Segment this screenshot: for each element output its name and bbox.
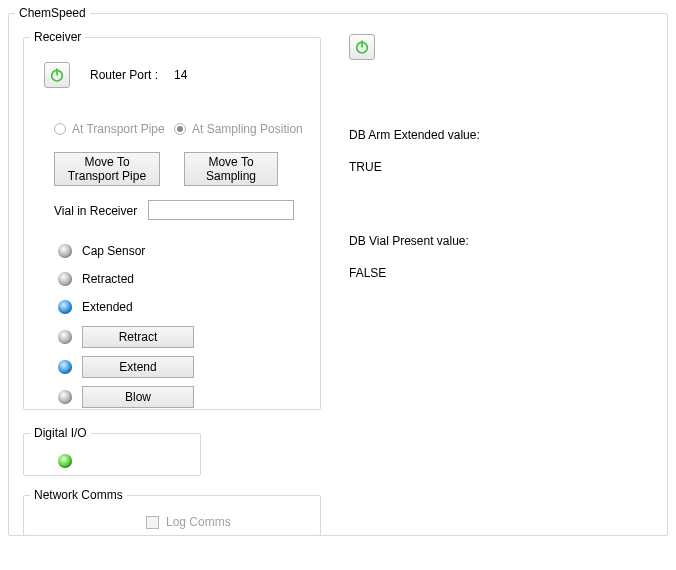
db-arm-extended-label: DB Arm Extended value: [349,128,480,142]
db-vial-present-value: FALSE [349,266,386,280]
receiver-power-button[interactable] [44,62,70,88]
power-icon [354,39,370,55]
log-comms-checkbox [146,516,159,529]
blow-action-led [58,390,72,404]
at-sampling-position-label: At Sampling Position [192,122,303,136]
retracted-label: Retracted [82,272,134,286]
extend-button[interactable]: Extend [82,356,194,378]
chemspeed-group: ChemSpeed Receiver Router Port : 14 At T… [8,6,668,536]
extended-led [58,300,72,314]
at-transport-pipe-radio: At Transport Pipe [54,122,165,136]
network-comms-group: Network Comms Log Comms [23,488,321,536]
receiver-group: Receiver Router Port : 14 At Transport P… [23,30,321,410]
retract-action-led [58,330,72,344]
power-icon [49,67,65,83]
blow-button[interactable]: Blow [82,386,194,408]
extend-action-led [58,360,72,374]
retract-button[interactable]: Retract [82,326,194,348]
network-comms-legend: Network Comms [30,488,127,502]
digital-io-group: Digital I/O [23,426,201,476]
db-arm-extended-value: TRUE [349,160,382,174]
cap-sensor-label: Cap Sensor [82,244,145,258]
db-vial-present-label: DB Vial Present value: [349,234,469,248]
radio-icon [174,123,186,135]
vial-in-receiver-label: Vial in Receiver [54,204,137,218]
receiver-legend: Receiver [30,30,85,44]
log-comms-label: Log Comms [166,515,231,529]
vial-in-receiver-input[interactable] [148,200,294,220]
external-power-button[interactable] [349,34,375,60]
radio-icon [54,123,66,135]
router-port-label: Router Port : [90,68,158,82]
at-transport-pipe-label: At Transport Pipe [72,122,165,136]
digital-io-led [58,454,72,468]
chemspeed-legend: ChemSpeed [15,6,90,20]
at-sampling-position-radio: At Sampling Position [174,122,303,136]
digital-io-legend: Digital I/O [30,426,91,440]
move-to-transport-pipe-button[interactable]: Move To Transport Pipe [54,152,160,186]
extended-label: Extended [82,300,133,314]
router-port-value: 14 [174,68,187,82]
retracted-led [58,272,72,286]
chemspeed-panel: ChemSpeed Receiver Router Port : 14 At T… [0,0,676,570]
cap-sensor-led [58,244,72,258]
move-to-sampling-button[interactable]: Move To Sampling [184,152,278,186]
